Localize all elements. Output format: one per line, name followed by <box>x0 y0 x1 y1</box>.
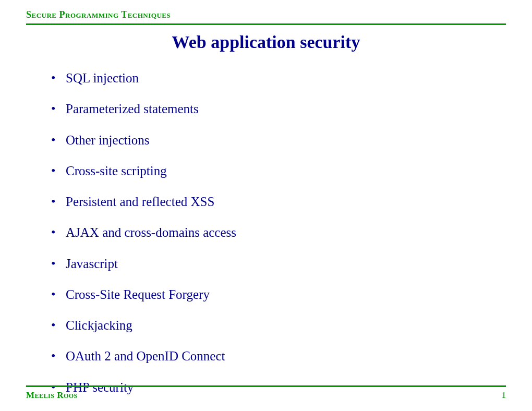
course-label: Secure Programming Techniques <box>26 9 506 20</box>
slide-page: Secure Programming Techniques Web applic… <box>0 0 532 395</box>
footer-author: Meelis Roos <box>26 390 78 401</box>
bullet-list: SQL injection Parameterized statements O… <box>26 70 506 395</box>
footer-page-number: 1 <box>502 390 506 401</box>
slide-title: Web application security <box>26 32 506 52</box>
list-item: Persistent and reflected XSS <box>51 194 506 210</box>
list-item: Cross-site scripting <box>51 163 506 179</box>
footer-rule <box>26 385 506 387</box>
footer-row: Meelis Roos 1 <box>26 390 506 401</box>
list-item: Parameterized statements <box>51 101 506 117</box>
list-item: SQL injection <box>51 70 506 86</box>
list-item: Javascript <box>51 256 506 272</box>
list-item: OAuth 2 and OpenID Connect <box>51 348 506 364</box>
list-item: AJAX and cross-domains access <box>51 224 506 240</box>
list-item: Clickjacking <box>51 317 506 333</box>
list-item: Cross-Site Request Forgery <box>51 286 506 303</box>
slide-footer: Meelis Roos 1 <box>26 385 506 401</box>
list-item: Other injections <box>51 132 506 148</box>
header-rule <box>26 23 506 25</box>
